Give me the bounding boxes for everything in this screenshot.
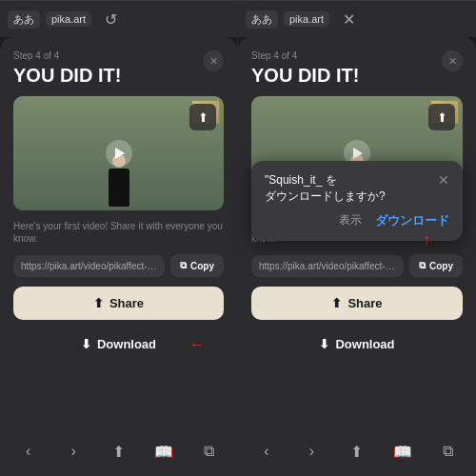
jp-label-right: ああ — [246, 10, 278, 29]
modal-sheet-right: ✕ Step 4 of 4 YOU DID IT! ⬆ — [238, 37, 476, 430]
title-right: YOU DID IT! — [251, 65, 463, 87]
first-video-text-left: Here's your first video! Share it with e… — [13, 220, 224, 245]
red-arrow-left: ← — [189, 336, 205, 353]
download-icon-left: ⬇ — [81, 337, 91, 351]
keyboard-bar-right: ああ pika.art ✕ — [238, 0, 476, 37]
close-tab-icon-right[interactable]: ✕ — [335, 6, 362, 32]
share-safari-icon-left[interactable]: ⬆ — [105, 438, 131, 465]
forward-icon-right[interactable]: › — [298, 438, 325, 465]
tabs-icon-right[interactable]: ⧉ — [434, 438, 461, 465]
share-corner-icon-right: ⬆ — [437, 110, 447, 125]
left-panel: ああ pika.art ↺ ✕ Step 4 of 4 YOU DID IT! — [0, 0, 238, 476]
domain-right: pika.art — [284, 11, 329, 27]
url-row-left: https://pika.art/video/pikaffect-s... ⧉ … — [13, 254, 224, 277]
dialog-close-btn[interactable]: ✕ — [438, 172, 449, 188]
dialog-cancel-btn[interactable]: 表示 — [339, 212, 362, 228]
play-button-left[interactable] — [106, 140, 132, 167]
share-safari-icon-right[interactable]: ⬆ — [344, 438, 370, 465]
download-button-left[interactable]: ⬇ Download ← — [13, 327, 224, 361]
step-label-right: Step 4 of 4 — [251, 50, 463, 61]
domain-left: pika.art — [46, 11, 91, 27]
video-thumbnail-left[interactable]: ⬆ — [13, 96, 224, 210]
url-row-right: https://pika.art/video/pikaffect-s... ⧉ … — [251, 254, 463, 277]
share-corner-btn-left[interactable]: ⬆ — [189, 104, 216, 130]
copy-icon-right: ⧉ — [419, 260, 426, 271]
safari-toolbar-right: ‹ › ⬆ 📖 ⧉ — [238, 430, 476, 476]
red-up-arrow: ↑ — [423, 231, 430, 248]
close-modal-right[interactable]: ✕ — [442, 50, 463, 71]
share-button-right[interactable]: ⬆ Share — [251, 287, 463, 320]
download-dialog: "Squish_it_ を ダウンロードしますか? ✕ 表示 ダウンロード ↑ — [251, 161, 463, 241]
download-button-right[interactable]: ⬇ Download — [251, 327, 463, 361]
keyboard-bar-left: ああ pika.art ↺ — [0, 0, 237, 37]
bookmarks-icon-left[interactable]: 📖 — [150, 438, 177, 465]
step-label-left: Step 4 of 4 — [13, 50, 224, 61]
title-left: YOU DID IT! — [13, 65, 224, 87]
share-icon-left: ⬆ — [93, 296, 104, 310]
right-panel: ああ pika.art ✕ ✕ Step 4 of 4 YOU DID IT! — [238, 0, 476, 476]
safari-toolbar-left: ‹ › ⬆ 📖 ⧉ — [0, 430, 237, 476]
modal-sheet-left: ✕ Step 4 of 4 YOU DID IT! ⬆ Here's your … — [0, 37, 237, 430]
dialog-download-btn[interactable]: ダウンロード — [375, 212, 449, 229]
download-icon-right: ⬇ — [319, 337, 329, 351]
dialog-actions: 表示 ダウンロード ↑ — [265, 212, 449, 229]
forward-icon-left[interactable]: › — [60, 438, 87, 465]
tabs-icon-left[interactable]: ⧉ — [195, 438, 222, 465]
dialog-top-row: "Squish_it_ を ダウンロードしますか? ✕ — [265, 172, 449, 205]
copy-button-left[interactable]: ⧉ Copy — [170, 254, 224, 277]
url-box-right: https://pika.art/video/pikaffect-s... — [251, 255, 404, 277]
url-box-left: https://pika.art/video/pikaffect-s... — [13, 255, 165, 277]
back-icon-left[interactable]: ‹ — [15, 438, 42, 465]
back-icon-right[interactable]: ‹ — [253, 438, 280, 465]
share-button-left[interactable]: ⬆ Share — [13, 287, 224, 320]
bookmarks-icon-right[interactable]: 📖 — [389, 438, 416, 465]
reload-icon-left[interactable]: ↺ — [97, 6, 124, 32]
copy-icon-left: ⧉ — [180, 260, 187, 271]
share-corner-icon-left: ⬆ — [198, 110, 208, 125]
close-modal-left[interactable]: ✕ — [203, 50, 224, 71]
play-triangle-left — [115, 148, 125, 159]
jp-label-left: ああ — [8, 10, 40, 29]
play-triangle-right — [353, 148, 363, 159]
share-corner-btn-right[interactable]: ⬆ — [428, 104, 455, 130]
share-icon-right: ⬆ — [331, 296, 342, 310]
copy-button-right[interactable]: ⧉ Copy — [409, 254, 463, 277]
dialog-title: "Squish_it_ を ダウンロードしますか? — [265, 172, 430, 205]
